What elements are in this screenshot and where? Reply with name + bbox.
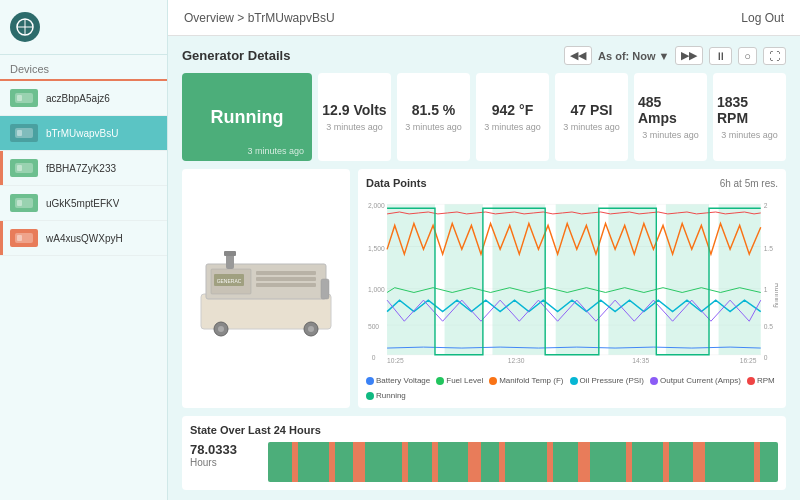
state-title: State Over Last 24 Hours: [190, 424, 778, 436]
state-segment: [705, 442, 754, 482]
metric-value: 81.5 %: [412, 102, 456, 118]
device-image-box: GENERAC: [182, 169, 350, 408]
legend-dot: [489, 377, 497, 385]
svg-text:500: 500: [368, 323, 379, 330]
legend-label: Output Current (Amps): [660, 376, 741, 385]
legend-label: Fuel Level: [446, 376, 483, 385]
sidebar-item-uGkK5mptEFKV[interactable]: uGkK5mptEFKV: [0, 186, 167, 221]
chart-svg: 2,000 1,500 1,000 500 0 2 1.5 1 0.5 0 Ru…: [366, 193, 778, 368]
svg-rect-17: [256, 277, 316, 281]
svg-text:14:35: 14:35: [632, 357, 649, 364]
svg-rect-4: [17, 95, 22, 101]
as-of-value: Now: [632, 50, 655, 62]
hours-value: 78.0333: [190, 442, 260, 457]
legend-label: Running: [376, 391, 406, 400]
legend-item: Battery Voltage: [366, 376, 430, 385]
state-segment: [669, 442, 693, 482]
state-segment: [365, 442, 401, 482]
pause-button[interactable]: ⏸: [709, 47, 732, 65]
legend-label: Battery Voltage: [376, 376, 430, 385]
expand-button[interactable]: ⛶: [763, 47, 786, 65]
svg-text:12:30: 12:30: [508, 357, 525, 364]
svg-rect-51: [556, 204, 599, 354]
device-icon: [10, 159, 38, 177]
svg-text:16:25: 16:25: [740, 357, 757, 364]
content-area: Generator Details ◀◀ As of: Now ▼ ▶▶ ⏸ ○…: [168, 36, 800, 500]
generator-image: GENERAC: [196, 239, 336, 339]
hours-box: 78.0333 Hours: [190, 442, 260, 468]
svg-rect-50: [492, 204, 545, 354]
state-segment: [693, 442, 705, 482]
metric-value: 47 PSI: [570, 102, 612, 118]
legend-dot: [366, 392, 374, 400]
state-segment: [590, 442, 626, 482]
device-label: bTrMUwapvBsU: [46, 128, 118, 139]
state-segment: [298, 442, 328, 482]
device-icon: [10, 229, 38, 247]
legend-item: Output Current (Amps): [650, 376, 741, 385]
metric-time: 3 minutes ago: [484, 122, 541, 132]
sidebar-item-fBBHA7ZyK233[interactable]: fBBHA7ZyK233: [0, 151, 167, 186]
chart-resolution: 6h at 5m res.: [720, 178, 778, 189]
svg-text:0: 0: [372, 354, 376, 361]
svg-text:1.5: 1.5: [764, 245, 774, 252]
status-running: Running: [211, 107, 284, 128]
breadcrumb: Overview > bTrMUwapvBsU: [184, 11, 335, 25]
devices-label: Devices: [0, 55, 167, 81]
rewind-button[interactable]: ◀◀: [564, 46, 592, 65]
logout-button[interactable]: Log Out: [741, 11, 784, 25]
svg-rect-10: [17, 200, 22, 206]
metric-time: 3 minutes ago: [405, 122, 462, 132]
topbar: Overview > bTrMUwapvBsU Log Out: [168, 0, 800, 36]
device-label: fBBHA7ZyK233: [46, 163, 116, 174]
chart-title: Data Points: [366, 177, 427, 189]
legend-dot: [436, 377, 444, 385]
device-label: aczBbpA5ajz6: [46, 93, 110, 104]
state-segment: [268, 442, 292, 482]
svg-rect-8: [17, 165, 22, 171]
status-box: Running 3 minutes ago: [182, 73, 312, 161]
metric-box: 942 °F3 minutes ago: [476, 73, 549, 161]
metric-value: 942 °F: [492, 102, 533, 118]
state-segment: [578, 442, 590, 482]
svg-text:2,000: 2,000: [368, 202, 385, 209]
legend-label: RPM: [757, 376, 775, 385]
metric-time: 3 minutes ago: [721, 130, 778, 140]
device-icon: [10, 89, 38, 107]
state-segment: [481, 442, 499, 482]
hours-label: Hours: [190, 457, 260, 468]
state-segment: [335, 442, 353, 482]
metric-time: 3 minutes ago: [642, 130, 699, 140]
status-time: 3 minutes ago: [247, 146, 304, 156]
legend-item: Manifold Temp (F): [489, 376, 563, 385]
metric-value: 12.9 Volts: [322, 102, 386, 118]
main-content: Overview > bTrMUwapvBsU Log Out Generato…: [168, 0, 800, 500]
svg-rect-12: [17, 235, 22, 241]
header-controls: ◀◀ As of: Now ▼ ▶▶ ⏸ ○ ⛶: [564, 46, 786, 65]
legend-item: Fuel Level: [436, 376, 483, 385]
legend-item: Oil Pressure (PSI): [570, 376, 644, 385]
middle-row: GENERAC Data Points 6h at 5m res.: [182, 169, 786, 408]
sidebar-item-bTrMUwapvBsU[interactable]: bTrMUwapvBsU: [0, 116, 167, 151]
state-row: 78.0333 Hours: [190, 442, 778, 482]
sidebar-header: [0, 0, 167, 55]
device-label: wA4xusQWXpyH: [46, 233, 123, 244]
metric-box: 12.9 Volts3 minutes ago: [318, 73, 391, 161]
legend-item: RPM: [747, 376, 775, 385]
metric-box: 81.5 %3 minutes ago: [397, 73, 470, 161]
legend-label: Oil Pressure (PSI): [580, 376, 644, 385]
generator-details-header: Generator Details ◀◀ As of: Now ▼ ▶▶ ⏸ ○…: [182, 46, 786, 65]
svg-rect-6: [17, 130, 22, 136]
svg-text:1: 1: [764, 286, 768, 293]
sidebar-item-aczBbpA5ajz6[interactable]: aczBbpA5ajz6: [0, 81, 167, 116]
forward-button[interactable]: ▶▶: [675, 46, 703, 65]
svg-text:2: 2: [764, 202, 768, 209]
device-icon: [10, 124, 38, 142]
state-segment: [632, 442, 662, 482]
state-segment: [760, 442, 778, 482]
metric-box: 47 PSI3 minutes ago: [555, 73, 628, 161]
sidebar-item-wA4xusQWXpyH[interactable]: wA4xusQWXpyH: [0, 221, 167, 256]
metric-box: 485 Amps3 minutes ago: [634, 73, 707, 161]
loading-button[interactable]: ○: [738, 47, 757, 65]
generator-details-title: Generator Details: [182, 48, 290, 63]
